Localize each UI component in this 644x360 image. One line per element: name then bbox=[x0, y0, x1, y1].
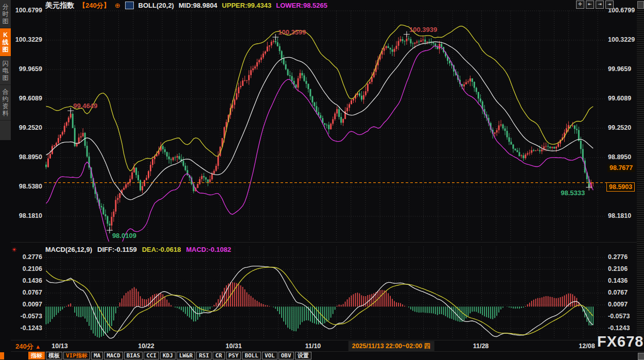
price-extreme-annotation: 99.4649 bbox=[73, 102, 97, 110]
period-up-triangle-icon: ▲ bbox=[35, 344, 41, 350]
y-axis-label: 100.3229 bbox=[12, 36, 42, 43]
tool-cr[interactable]: CR bbox=[213, 352, 224, 359]
macd-flag-icon[interactable]: ☀ bbox=[11, 246, 17, 253]
tool-kdj[interactable]: KDJ bbox=[160, 352, 176, 359]
y-axis-label: 99.2520 bbox=[12, 124, 42, 131]
symbol-name: 美元指数 bbox=[45, 1, 74, 10]
y-axis-label: 99.6089 bbox=[12, 95, 42, 102]
tool-boll[interactable]: BOLL bbox=[242, 352, 261, 359]
y-axis-label: 0.0097 bbox=[608, 301, 638, 308]
period-selector[interactable]: 240分 ▲ bbox=[15, 342, 41, 351]
sidebar-item-time-chart[interactable]: 分时图 bbox=[0, 0, 11, 28]
y-axis-label: -0.0573 bbox=[608, 313, 638, 320]
expand-horizontal-icon[interactable]: ⇥ bbox=[596, 1, 604, 9]
y-axis-label: -0.0573 bbox=[12, 313, 42, 320]
y-axis-label: -0.1243 bbox=[608, 324, 638, 332]
period-label[interactable]: 【240分】 bbox=[79, 1, 110, 10]
x-axis-date: 11/28 bbox=[473, 342, 489, 350]
macd-indicator-label: MACD(26,12,9) bbox=[45, 246, 92, 253]
chart-header: 美元指数 【240分】 ⊕ BOLL(20,2) MID:98.9804 UPP… bbox=[45, 1, 327, 10]
y-axis-label: 0.2776 bbox=[608, 253, 638, 261]
fx678-watermark: FX678 bbox=[597, 333, 643, 350]
tool-vip-indicator[interactable]: VIP指标 bbox=[63, 352, 90, 359]
y-axis-label: 99.9659 bbox=[12, 65, 42, 73]
macd-hist-value: MACD:-0.1082 bbox=[186, 246, 231, 253]
right-scrollbar[interactable] bbox=[637, 10, 644, 341]
y-axis-label: -0.1243 bbox=[12, 324, 42, 332]
macd-header: MACD(26,12,9) DIFF:-0.1159 DEA:-0.0618 M… bbox=[45, 246, 231, 253]
crosshair-datetime-label: 2025/11/13 22:00~02:00 四 bbox=[349, 341, 434, 352]
y-axis-label: 0.0097 bbox=[12, 301, 42, 308]
price-extreme-annotation: 100.3939 bbox=[409, 26, 437, 33]
tool-vol[interactable]: VOL bbox=[262, 352, 277, 359]
kline-style-icon[interactable] bbox=[125, 2, 134, 9]
y-axis-label: 99.9659 bbox=[608, 65, 638, 73]
left-sidebar: 分时图 K线图 闪电图 合约资料 bbox=[0, 0, 11, 140]
price-extreme-annotation: 100.3599 bbox=[278, 28, 306, 36]
scrollbar-bottom-button[interactable] bbox=[638, 353, 644, 360]
y-axis-label: 0.0767 bbox=[608, 289, 638, 296]
boll-lower-value: LOWER:98.5265 bbox=[276, 2, 327, 9]
sidebar-item-contract-info[interactable]: 合约资料 bbox=[0, 85, 11, 121]
tool-settings[interactable]: 设置 bbox=[295, 352, 311, 359]
crosshair-icon[interactable]: ✛ bbox=[576, 1, 584, 9]
sidebar-item-lightning-chart[interactable]: 闪电图 bbox=[0, 57, 11, 85]
pan-right-icon[interactable]: ↠ bbox=[605, 1, 614, 9]
tool-ma[interactable]: MA bbox=[91, 352, 103, 359]
scrollbar-top-button[interactable] bbox=[637, 1, 644, 9]
tool-macd[interactable]: MACD bbox=[104, 352, 123, 359]
y-axis-label: 0.2776 bbox=[12, 253, 42, 261]
y-axis-label: 98.1810 bbox=[12, 212, 42, 219]
y-axis-label: 99.6089 bbox=[608, 95, 638, 102]
tool-rsi[interactable]: RSI bbox=[196, 352, 212, 359]
y-axis-label: 0.1436 bbox=[608, 277, 638, 284]
y-axis-label: 98.8950 bbox=[608, 153, 638, 161]
tool-psy[interactable]: PSY bbox=[226, 352, 241, 359]
x-axis-date: 10/13 bbox=[51, 342, 67, 350]
boll-indicator-label: BOLL(20,2) bbox=[138, 2, 174, 9]
y-axis-label: 0.2106 bbox=[608, 265, 638, 272]
x-axis-date: 11/10 bbox=[305, 342, 321, 350]
x-axis-date: 10/22 bbox=[138, 342, 154, 350]
y-axis-label: 0.2106 bbox=[12, 265, 42, 272]
y-axis-label: 98.8950 bbox=[12, 153, 42, 161]
tool-lwr[interactable]: LW&R bbox=[177, 352, 196, 359]
price-extreme-annotation: 98.0109 bbox=[112, 232, 136, 239]
add-indicator-icon[interactable]: ⊕ bbox=[115, 2, 120, 9]
pane-resize-divider[interactable] bbox=[11, 242, 644, 243]
macd-dea-value: DEA:-0.0618 bbox=[142, 246, 181, 253]
price-extreme-annotation: 98.5333 bbox=[561, 189, 585, 197]
y-axis-label: 100.6799 bbox=[12, 7, 42, 14]
reference-price-badge: 98.7677 bbox=[607, 164, 635, 172]
sidebar-item-kline-chart[interactable]: K线图 bbox=[0, 28, 11, 57]
bottom-indicator-toolbar: 指标 模板 VIP指标 MA MACD BIAS CCI KDJ LW&R RS… bbox=[28, 352, 311, 359]
y-axis-label: 99.2520 bbox=[608, 124, 638, 131]
kline-chart-app: { "app": {"watermark": "FX678"}, "sideba… bbox=[0, 0, 644, 360]
price-chart-canvas[interactable]: 99.464998.0109100.3599100.393998.5333 bbox=[0, 0, 644, 360]
y-axis-label: 98.5380 bbox=[12, 183, 42, 190]
tool-bias[interactable]: BIAS bbox=[124, 352, 143, 359]
macd-diff-value: DIFF:-0.1159 bbox=[97, 246, 137, 253]
chart-toolbar-icons: ✛ ⇤ ⇥ ↠ bbox=[576, 1, 614, 9]
boll-mid-value: MID:98.9804 bbox=[179, 2, 217, 9]
tool-indicator[interactable]: 指标 bbox=[28, 352, 45, 359]
x-axis-date: 10/31 bbox=[225, 342, 241, 350]
y-axis-label: 0.1436 bbox=[12, 277, 42, 284]
x-axis-row: 240分 ▲ 10/13 10/22 10/31 11/10 2025/11/1… bbox=[0, 340, 644, 351]
y-axis-label: 98.1810 bbox=[608, 212, 638, 219]
tool-cci[interactable]: CCI bbox=[144, 352, 159, 359]
last-price-badge: 98.5903 bbox=[606, 182, 635, 192]
y-axis-label: 100.3229 bbox=[608, 36, 638, 43]
y-axis-label: 0.0767 bbox=[12, 289, 42, 296]
tool-template[interactable]: 模板 bbox=[46, 352, 62, 359]
x-axis-date: 12/08 bbox=[579, 342, 595, 350]
boll-upper-value: UPPER:99.4343 bbox=[222, 2, 271, 9]
period-text: 240分 bbox=[15, 342, 33, 350]
compress-horizontal-icon[interactable]: ⇤ bbox=[586, 1, 594, 9]
tool-obv[interactable]: OBV bbox=[279, 352, 294, 359]
toolbar-left-stub[interactable] bbox=[0, 352, 4, 359]
